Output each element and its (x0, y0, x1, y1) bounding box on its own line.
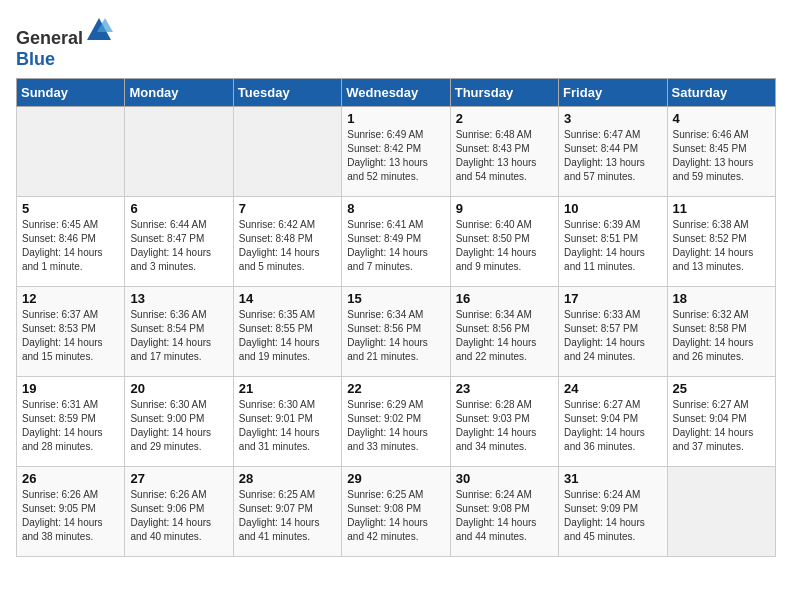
logo: General Blue (16, 16, 113, 70)
calendar-cell: 19Sunrise: 6:31 AM Sunset: 8:59 PM Dayli… (17, 377, 125, 467)
day-info: Sunrise: 6:45 AM Sunset: 8:46 PM Dayligh… (22, 218, 119, 274)
day-number: 18 (673, 291, 770, 306)
calendar-week-row: 26Sunrise: 6:26 AM Sunset: 9:05 PM Dayli… (17, 467, 776, 557)
calendar-cell: 24Sunrise: 6:27 AM Sunset: 9:04 PM Dayli… (559, 377, 667, 467)
calendar-cell: 9Sunrise: 6:40 AM Sunset: 8:50 PM Daylig… (450, 197, 558, 287)
day-number: 4 (673, 111, 770, 126)
calendar-cell: 27Sunrise: 6:26 AM Sunset: 9:06 PM Dayli… (125, 467, 233, 557)
calendar-cell: 1Sunrise: 6:49 AM Sunset: 8:42 PM Daylig… (342, 107, 450, 197)
calendar-cell: 29Sunrise: 6:25 AM Sunset: 9:08 PM Dayli… (342, 467, 450, 557)
calendar-cell: 7Sunrise: 6:42 AM Sunset: 8:48 PM Daylig… (233, 197, 341, 287)
calendar-cell (17, 107, 125, 197)
day-number: 7 (239, 201, 336, 216)
calendar-week-row: 12Sunrise: 6:37 AM Sunset: 8:53 PM Dayli… (17, 287, 776, 377)
day-number: 17 (564, 291, 661, 306)
header-sunday: Sunday (17, 79, 125, 107)
calendar-cell: 11Sunrise: 6:38 AM Sunset: 8:52 PM Dayli… (667, 197, 775, 287)
day-number: 6 (130, 201, 227, 216)
calendar-cell: 16Sunrise: 6:34 AM Sunset: 8:56 PM Dayli… (450, 287, 558, 377)
day-info: Sunrise: 6:26 AM Sunset: 9:05 PM Dayligh… (22, 488, 119, 544)
day-info: Sunrise: 6:37 AM Sunset: 8:53 PM Dayligh… (22, 308, 119, 364)
day-number: 14 (239, 291, 336, 306)
day-number: 30 (456, 471, 553, 486)
calendar-week-row: 5Sunrise: 6:45 AM Sunset: 8:46 PM Daylig… (17, 197, 776, 287)
day-info: Sunrise: 6:35 AM Sunset: 8:55 PM Dayligh… (239, 308, 336, 364)
header-thursday: Thursday (450, 79, 558, 107)
logo-text: General Blue (16, 16, 113, 70)
day-info: Sunrise: 6:30 AM Sunset: 9:01 PM Dayligh… (239, 398, 336, 454)
day-number: 24 (564, 381, 661, 396)
day-number: 26 (22, 471, 119, 486)
day-number: 2 (456, 111, 553, 126)
day-info: Sunrise: 6:38 AM Sunset: 8:52 PM Dayligh… (673, 218, 770, 274)
calendar-cell: 15Sunrise: 6:34 AM Sunset: 8:56 PM Dayli… (342, 287, 450, 377)
day-info: Sunrise: 6:34 AM Sunset: 8:56 PM Dayligh… (456, 308, 553, 364)
day-number: 16 (456, 291, 553, 306)
day-info: Sunrise: 6:32 AM Sunset: 8:58 PM Dayligh… (673, 308, 770, 364)
calendar-cell: 25Sunrise: 6:27 AM Sunset: 9:04 PM Dayli… (667, 377, 775, 467)
calendar-cell: 28Sunrise: 6:25 AM Sunset: 9:07 PM Dayli… (233, 467, 341, 557)
calendar-cell: 30Sunrise: 6:24 AM Sunset: 9:08 PM Dayli… (450, 467, 558, 557)
day-number: 10 (564, 201, 661, 216)
calendar-cell: 4Sunrise: 6:46 AM Sunset: 8:45 PM Daylig… (667, 107, 775, 197)
day-info: Sunrise: 6:33 AM Sunset: 8:57 PM Dayligh… (564, 308, 661, 364)
day-number: 5 (22, 201, 119, 216)
calendar-cell: 20Sunrise: 6:30 AM Sunset: 9:00 PM Dayli… (125, 377, 233, 467)
day-info: Sunrise: 6:39 AM Sunset: 8:51 PM Dayligh… (564, 218, 661, 274)
day-number: 12 (22, 291, 119, 306)
day-number: 8 (347, 201, 444, 216)
calendar-cell: 14Sunrise: 6:35 AM Sunset: 8:55 PM Dayli… (233, 287, 341, 377)
day-number: 21 (239, 381, 336, 396)
header-monday: Monday (125, 79, 233, 107)
day-number: 11 (673, 201, 770, 216)
day-number: 19 (22, 381, 119, 396)
day-info: Sunrise: 6:41 AM Sunset: 8:49 PM Dayligh… (347, 218, 444, 274)
day-info: Sunrise: 6:36 AM Sunset: 8:54 PM Dayligh… (130, 308, 227, 364)
calendar-cell: 2Sunrise: 6:48 AM Sunset: 8:43 PM Daylig… (450, 107, 558, 197)
logo-icon (85, 16, 113, 44)
calendar-cell: 13Sunrise: 6:36 AM Sunset: 8:54 PM Dayli… (125, 287, 233, 377)
day-info: Sunrise: 6:47 AM Sunset: 8:44 PM Dayligh… (564, 128, 661, 184)
calendar-week-row: 1Sunrise: 6:49 AM Sunset: 8:42 PM Daylig… (17, 107, 776, 197)
calendar-cell: 3Sunrise: 6:47 AM Sunset: 8:44 PM Daylig… (559, 107, 667, 197)
day-info: Sunrise: 6:30 AM Sunset: 9:00 PM Dayligh… (130, 398, 227, 454)
day-info: Sunrise: 6:44 AM Sunset: 8:47 PM Dayligh… (130, 218, 227, 274)
calendar-cell: 5Sunrise: 6:45 AM Sunset: 8:46 PM Daylig… (17, 197, 125, 287)
day-info: Sunrise: 6:34 AM Sunset: 8:56 PM Dayligh… (347, 308, 444, 364)
calendar-header-row: SundayMondayTuesdayWednesdayThursdayFrid… (17, 79, 776, 107)
day-info: Sunrise: 6:26 AM Sunset: 9:06 PM Dayligh… (130, 488, 227, 544)
calendar-cell (667, 467, 775, 557)
header-tuesday: Tuesday (233, 79, 341, 107)
calendar-cell: 18Sunrise: 6:32 AM Sunset: 8:58 PM Dayli… (667, 287, 775, 377)
day-info: Sunrise: 6:31 AM Sunset: 8:59 PM Dayligh… (22, 398, 119, 454)
header-friday: Friday (559, 79, 667, 107)
calendar-cell: 17Sunrise: 6:33 AM Sunset: 8:57 PM Dayli… (559, 287, 667, 377)
header-wednesday: Wednesday (342, 79, 450, 107)
day-info: Sunrise: 6:49 AM Sunset: 8:42 PM Dayligh… (347, 128, 444, 184)
day-number: 31 (564, 471, 661, 486)
day-info: Sunrise: 6:46 AM Sunset: 8:45 PM Dayligh… (673, 128, 770, 184)
header: General Blue (16, 16, 776, 70)
day-number: 28 (239, 471, 336, 486)
day-number: 23 (456, 381, 553, 396)
logo-blue: Blue (16, 49, 55, 69)
calendar-cell (125, 107, 233, 197)
logo-general: General (16, 28, 83, 48)
calendar-cell (233, 107, 341, 197)
day-info: Sunrise: 6:28 AM Sunset: 9:03 PM Dayligh… (456, 398, 553, 454)
day-info: Sunrise: 6:24 AM Sunset: 9:08 PM Dayligh… (456, 488, 553, 544)
day-number: 20 (130, 381, 227, 396)
calendar-cell: 31Sunrise: 6:24 AM Sunset: 9:09 PM Dayli… (559, 467, 667, 557)
day-number: 25 (673, 381, 770, 396)
header-saturday: Saturday (667, 79, 775, 107)
calendar-cell: 22Sunrise: 6:29 AM Sunset: 9:02 PM Dayli… (342, 377, 450, 467)
day-number: 3 (564, 111, 661, 126)
day-number: 13 (130, 291, 227, 306)
day-number: 27 (130, 471, 227, 486)
day-number: 15 (347, 291, 444, 306)
day-info: Sunrise: 6:27 AM Sunset: 9:04 PM Dayligh… (673, 398, 770, 454)
calendar-cell: 8Sunrise: 6:41 AM Sunset: 8:49 PM Daylig… (342, 197, 450, 287)
day-number: 1 (347, 111, 444, 126)
day-info: Sunrise: 6:48 AM Sunset: 8:43 PM Dayligh… (456, 128, 553, 184)
day-number: 22 (347, 381, 444, 396)
